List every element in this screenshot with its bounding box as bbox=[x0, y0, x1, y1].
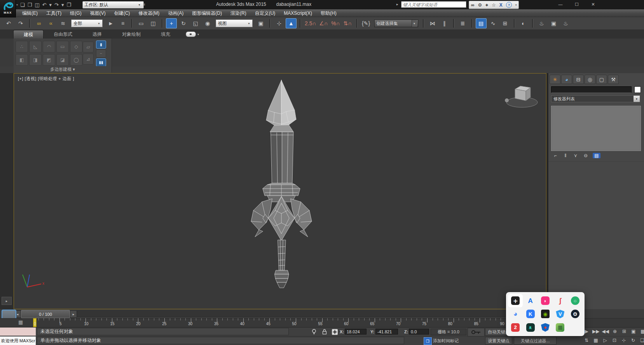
menu-item[interactable]: 自定义(U) bbox=[251, 9, 280, 17]
select-and-scale-icon[interactable]: ◱ bbox=[190, 18, 201, 28]
next-frame-arrow[interactable] bbox=[70, 310, 77, 318]
ribbon-tab-freeform[interactable]: 自由形式 bbox=[44, 30, 82, 39]
z-coordinate-field[interactable]: 0.0 bbox=[409, 329, 429, 334]
modifier-list-dropdown[interactable]: 修改器列表 ▾ bbox=[551, 95, 640, 102]
time-slider-handle[interactable]: 0 / 100 bbox=[21, 310, 70, 318]
favorites-star-icon[interactable]: ☆ bbox=[492, 2, 496, 8]
zoom-extents-all-button[interactable]: ▩ bbox=[639, 328, 644, 335]
spinner-snap-toggle-icon[interactable]: ⇅∩ bbox=[342, 18, 353, 28]
zoom-all-button[interactable]: ⊞ bbox=[621, 328, 628, 335]
layer-manager-icon[interactable]: ≣ bbox=[457, 18, 468, 28]
menu-item[interactable]: 编辑(E) bbox=[18, 9, 42, 17]
pin-stack-button[interactable]: ⌐ bbox=[552, 153, 558, 158]
named-selection-sets-dropdown[interactable]: 创建选择集 ▾ bbox=[374, 19, 418, 27]
selection-filter-dropdown[interactable]: 全部 ▾ bbox=[71, 19, 103, 27]
percent-snap-toggle-icon[interactable]: %∩ bbox=[330, 18, 341, 28]
workspace-selector[interactable]: 工作区: 默认 ▾ bbox=[82, 1, 144, 9]
material-editor-icon[interactable]: ◐ bbox=[518, 18, 529, 28]
redo-dropdown-icon[interactable]: ▾ bbox=[61, 2, 64, 8]
menu-item[interactable]: 修改器(M) bbox=[134, 9, 164, 17]
viewcube[interactable] bbox=[503, 78, 541, 112]
orbit-view-button[interactable]: ↻ bbox=[630, 337, 637, 344]
toggle-scene-explorer-button[interactable]: ▮▮ bbox=[96, 58, 106, 67]
unlink-selection-icon[interactable]: ∝ bbox=[45, 18, 56, 28]
vertex-mode-button[interactable]: ∴ bbox=[16, 41, 28, 53]
select-and-manipulate-icon[interactable]: ⊹ bbox=[274, 18, 284, 28]
polygon-modeling-button-2[interactable]: ◨ bbox=[29, 54, 42, 66]
render-setup-icon[interactable]: ♨ bbox=[536, 18, 547, 28]
keyboard-shortcut-override-icon[interactable]: ▲ bbox=[286, 18, 297, 28]
communication-center-icon[interactable]: ⌖ bbox=[485, 2, 488, 8]
subscription-center-icon[interactable]: ⚙ bbox=[478, 2, 482, 8]
key-filters-button[interactable]: 关键点过滤器... bbox=[514, 337, 557, 345]
menu-item[interactable]: 创建(C) bbox=[110, 9, 134, 17]
polygon-modeling-caption[interactable]: 多边形建模 ▾ bbox=[14, 66, 112, 73]
next-frame-button[interactable]: ▶▶ bbox=[592, 328, 599, 335]
ribbon-display-options-button[interactable] bbox=[186, 32, 196, 37]
hierarchy-tab-icon[interactable]: ⊟ bbox=[573, 75, 584, 84]
redo-icon[interactable]: ↷ bbox=[54, 2, 59, 8]
polygon-mode-button[interactable]: ▭ bbox=[56, 41, 69, 53]
menu-item[interactable]: 渲染(R) bbox=[226, 9, 251, 17]
search-input[interactable] bbox=[401, 1, 466, 8]
select-and-rotate-icon[interactable]: ↻ bbox=[178, 18, 189, 28]
menu-item[interactable]: 组(G) bbox=[66, 9, 86, 17]
new-scene-icon[interactable]: ❏ bbox=[20, 2, 25, 8]
isolate-selection-bulb-icon[interactable] bbox=[311, 329, 317, 335]
window-crossing-toggle-icon[interactable]: ◫ bbox=[148, 18, 159, 28]
object-color-swatch[interactable] bbox=[634, 86, 641, 93]
rail-expand-button[interactable] bbox=[2, 297, 12, 305]
restore-button[interactable]: ☐ bbox=[573, 2, 581, 7]
minimize-button[interactable]: — bbox=[557, 2, 564, 7]
polygon-modeling-button-3[interactable]: ◩ bbox=[43, 54, 55, 66]
undo-icon[interactable]: ↶ bbox=[3, 18, 14, 28]
select-by-name-icon[interactable]: ≡ bbox=[117, 18, 128, 28]
show-end-result-button[interactable]: ‖ bbox=[562, 153, 569, 158]
make-unique-button[interactable]: ⋎ bbox=[572, 153, 579, 158]
undo-dropdown-icon[interactable]: ▾ bbox=[49, 2, 52, 8]
set-keys-button[interactable] bbox=[468, 328, 485, 336]
app-logo-button[interactable]: MAX bbox=[0, 0, 16, 18]
chevron-down-icon[interactable] bbox=[197, 33, 199, 36]
object-name-field[interactable] bbox=[551, 86, 632, 93]
menu-item[interactable]: 工具(T) bbox=[42, 9, 66, 17]
infocenter-expand-icon[interactable] bbox=[396, 2, 398, 6]
border-mode-button[interactable]: ◠ bbox=[43, 41, 55, 53]
menu-item[interactable]: 帮助(H) bbox=[316, 9, 341, 17]
use-pivot-point-center-icon[interactable]: ▣ bbox=[255, 18, 266, 28]
curve-editor-icon[interactable]: ∿ bbox=[488, 18, 499, 28]
snaps-toggle-2-5d-icon[interactable]: 2.5∩ bbox=[304, 18, 317, 28]
toolbar-overflow-icon[interactable] bbox=[143, 2, 145, 7]
pin-panel-button[interactable]: − bbox=[96, 49, 106, 58]
field-of-view-button[interactable]: ▷ bbox=[602, 337, 609, 344]
edge-mode-button[interactable]: ◺ bbox=[29, 41, 42, 53]
perspective-viewport[interactable]: [+] [透视] [明暗处理 + 边面 ] bbox=[14, 73, 546, 309]
mini-curve-editor-icon[interactable]: ▦ bbox=[18, 319, 23, 325]
transform-gizmo-toggle-icon[interactable] bbox=[332, 329, 338, 335]
menu-item[interactable]: 动画(A) bbox=[164, 9, 188, 17]
selection-lock-toggle-icon[interactable] bbox=[321, 329, 328, 335]
undo-icon[interactable]: ↶ bbox=[42, 2, 47, 8]
frame-stepper[interactable]: ⇅ bbox=[583, 337, 590, 344]
polygon-modeling-button-1[interactable]: ◧ bbox=[16, 54, 28, 66]
logo-dropdown-icon[interactable] bbox=[16, 3, 18, 7]
menu-item[interactable]: 图形编辑器(D) bbox=[188, 9, 226, 17]
open-file-icon[interactable]: ❒ bbox=[28, 2, 32, 8]
maxscript-mini-listener-output[interactable]: 欢迎使用 MAXScr bbox=[0, 336, 36, 345]
project-folder-icon[interactable]: ❐ bbox=[66, 2, 71, 8]
polygon-modeling-button-5[interactable]: ◯ bbox=[70, 54, 82, 66]
close-button[interactable]: ✕ bbox=[589, 2, 597, 7]
modify-tab-icon[interactable]: ◕ bbox=[561, 75, 572, 84]
infocenter-search-icon[interactable]: ∞ bbox=[471, 2, 475, 8]
time-configuration-button[interactable]: ▦ bbox=[592, 337, 599, 344]
modifier-stack-list[interactable] bbox=[551, 106, 641, 151]
y-coordinate-field[interactable]: -41.821 bbox=[375, 329, 398, 334]
time-slider-track[interactable] bbox=[77, 310, 546, 317]
schematic-view-icon[interactable]: ⊞ bbox=[500, 18, 511, 28]
mirror-icon[interactable]: ⋈ bbox=[427, 18, 438, 28]
edit-named-selection-sets-icon[interactable]: {✎} bbox=[361, 18, 372, 28]
track-bar-ruler[interactable]: 0510152025303540455055606570758085909510… bbox=[33, 318, 558, 327]
render-production-icon[interactable]: ♨ bbox=[560, 18, 571, 28]
configure-modifier-sets-button[interactable]: ▤ bbox=[593, 153, 600, 158]
element-mode-button[interactable]: ◇ bbox=[70, 41, 82, 53]
